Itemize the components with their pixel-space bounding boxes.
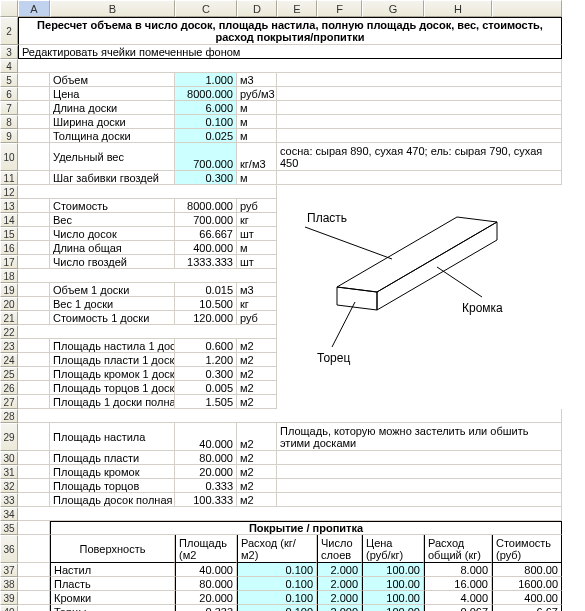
col-A[interactable]: A [18, 0, 50, 17]
row-11[interactable]: 11 [0, 171, 18, 185]
row-40[interactable]: 40 [0, 605, 18, 611]
row-13[interactable]: 13 [0, 199, 18, 213]
input-width[interactable]: 0.100 [175, 115, 237, 129]
row-24[interactable]: 24 [0, 353, 18, 367]
label: Площадь настила [50, 423, 175, 451]
row-30[interactable]: 30 [0, 451, 18, 465]
input-thick[interactable]: 0.025 [175, 129, 237, 143]
area-note: Площадь, которую можно застелить или обш… [277, 423, 562, 451]
row-28[interactable]: 28 [0, 409, 18, 423]
row-5[interactable]: 5 [0, 73, 18, 87]
corner-cell[interactable] [0, 0, 18, 17]
layers-input[interactable]: 2.000 [317, 605, 362, 611]
unit: м [237, 241, 277, 255]
row-38[interactable]: 38 [0, 577, 18, 591]
diagram-label-torec: Торец [317, 351, 350, 365]
row-19[interactable]: 19 [0, 283, 18, 297]
row-35[interactable]: 35 [0, 521, 18, 535]
row-23[interactable]: 23 [0, 339, 18, 353]
row-29[interactable]: 29 [0, 423, 18, 451]
val: 40.000 [175, 423, 237, 451]
row-33[interactable]: 33 [0, 493, 18, 507]
row-31[interactable]: 31 [0, 465, 18, 479]
area: 0.333 [175, 605, 237, 611]
row-15[interactable]: 15 [0, 227, 18, 241]
row-25[interactable]: 25 [0, 367, 18, 381]
label: Объем 1 доски [50, 283, 175, 297]
unit: кг [237, 213, 277, 227]
row-27[interactable]: 27 [0, 395, 18, 409]
col-D[interactable]: D [237, 0, 277, 17]
row-16[interactable]: 16 [0, 241, 18, 255]
unit: м2 [237, 423, 277, 451]
label: Вес [50, 213, 175, 227]
consumption-input[interactable]: 0.100 [237, 563, 317, 577]
unit: руб [237, 311, 277, 325]
row-10[interactable]: 10 [0, 143, 18, 171]
row-3[interactable]: 3 [0, 45, 18, 59]
val: 10.500 [175, 297, 237, 311]
col-B[interactable]: B [50, 0, 175, 17]
unit: м2 [237, 479, 277, 493]
col-C[interactable]: C [175, 0, 237, 17]
blank [18, 59, 562, 73]
val: 1.505 [175, 395, 237, 409]
unit: м2 [237, 367, 277, 381]
price-input[interactable]: 100.00 [362, 591, 424, 605]
input-volume[interactable]: 1.000 [175, 73, 237, 87]
col-I[interactable] [492, 0, 562, 17]
diagram-label-kromka: Кромка [462, 301, 503, 315]
row-17[interactable]: 17 [0, 255, 18, 269]
layers-input[interactable]: 2.000 [317, 563, 362, 577]
col-E[interactable]: E [277, 0, 317, 17]
row-8[interactable]: 8 [0, 115, 18, 129]
unit: м [237, 171, 277, 185]
row-6[interactable]: 6 [0, 87, 18, 101]
layers-input[interactable]: 2.000 [317, 577, 362, 591]
input-length[interactable]: 6.000 [175, 101, 237, 115]
row-20[interactable]: 20 [0, 297, 18, 311]
col-G[interactable]: G [362, 0, 424, 17]
price-input[interactable]: 100.00 [362, 577, 424, 591]
layers-input[interactable]: 2.000 [317, 591, 362, 605]
price-input[interactable]: 100.00 [362, 563, 424, 577]
row-4[interactable]: 4 [0, 59, 18, 73]
row-32[interactable]: 32 [0, 479, 18, 493]
row-18[interactable]: 18 [0, 269, 18, 283]
input-density[interactable]: 700.000 [175, 143, 237, 171]
title-cell: Пересчет объема в число досок, площадь н… [18, 17, 562, 45]
row-39[interactable]: 39 [0, 591, 18, 605]
val: 8000.000 [175, 199, 237, 213]
row-34[interactable]: 34 [0, 507, 18, 521]
spreadsheet-grid[interactable]: A B C D E F G H 2 Пересчет объема в числ… [0, 0, 585, 611]
row-22[interactable]: 22 [0, 325, 18, 339]
consumption-input[interactable]: 0.100 [237, 591, 317, 605]
row-2[interactable]: 2 [0, 17, 18, 45]
surface: Торцы [50, 605, 175, 611]
row-12[interactable]: 12 [0, 185, 18, 199]
row-36[interactable]: 36 [0, 535, 18, 563]
input-nail-step[interactable]: 0.300 [175, 171, 237, 185]
row-37[interactable]: 37 [0, 563, 18, 577]
surface: Пласть [50, 577, 175, 591]
row-9[interactable]: 9 [0, 129, 18, 143]
consumption-input[interactable]: 0.100 [237, 605, 317, 611]
label: Ширина доски [50, 115, 175, 129]
area: 40.000 [175, 563, 237, 577]
diagram-area: Пласть Кромка Торец [277, 185, 562, 409]
unit: м2 [237, 451, 277, 465]
label: Площадь настила 1 доск [50, 339, 175, 353]
input-price[interactable]: 8000.000 [175, 87, 237, 101]
price-input[interactable]: 100.00 [362, 605, 424, 611]
col-H[interactable]: H [424, 0, 492, 17]
label: Площадь пласти [50, 451, 175, 465]
row-21[interactable]: 21 [0, 311, 18, 325]
label: Число досок [50, 227, 175, 241]
row-14[interactable]: 14 [0, 213, 18, 227]
consumption-input[interactable]: 0.100 [237, 577, 317, 591]
col-F[interactable]: F [317, 0, 362, 17]
row-7[interactable]: 7 [0, 101, 18, 115]
unit: м2 [237, 465, 277, 479]
label: Цена [50, 87, 175, 101]
row-26[interactable]: 26 [0, 381, 18, 395]
